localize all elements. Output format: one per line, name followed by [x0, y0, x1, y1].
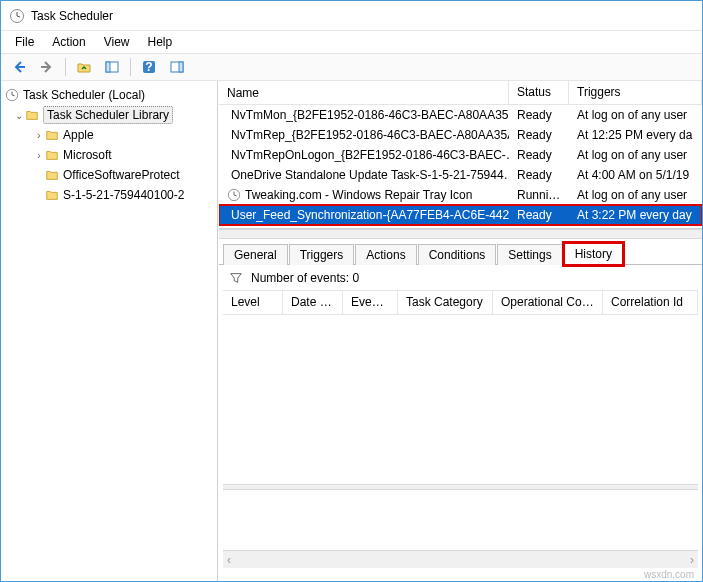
tree-item-label: Apple: [63, 128, 94, 142]
tree-item-label: OfficeSoftwareProtect: [63, 168, 180, 182]
tree-root-label: Task Scheduler (Local): [23, 88, 145, 102]
hcol-event[interactable]: Event…: [343, 291, 398, 314]
task-row[interactable]: NvTmRep_{B2FE1952-0186-46C3-BAEC-A80AA35…: [219, 125, 702, 145]
task-row-selected[interactable]: User_Feed_Synchronization-{AA77FEB4-AC6E…: [219, 205, 702, 225]
hcol-corr[interactable]: Correlation Id: [603, 291, 698, 314]
right-pane: Name Status Triggers NvTmMon_{B2FE1952-0…: [218, 81, 702, 581]
history-body: [223, 315, 698, 484]
content-area: Task Scheduler (Local) ⌄ Task Scheduler …: [1, 81, 702, 581]
event-detail: [223, 490, 698, 550]
toolbar-separator: [65, 58, 66, 76]
detail-tabs: General Triggers Actions Conditions Sett…: [219, 239, 702, 265]
scroll-right-icon[interactable]: ›: [690, 553, 694, 567]
task-list: Name Status Triggers NvTmMon_{B2FE1952-0…: [219, 81, 702, 229]
tree-item[interactable]: OfficeSoftwareProtect: [5, 165, 217, 185]
tree-lib[interactable]: ⌄ Task Scheduler Library: [5, 105, 217, 125]
task-row[interactable]: NvTmRepOnLogon_{B2FE1952-0186-46C3-BAEC-…: [219, 145, 702, 165]
help-button[interactable]: ?: [137, 56, 161, 78]
toolbar-separator: [130, 58, 131, 76]
hcol-date[interactable]: Date a…: [283, 291, 343, 314]
tab-general[interactable]: General: [223, 244, 288, 265]
hcol-opcode[interactable]: Operational Code: [493, 291, 603, 314]
tree-item[interactable]: › Microsoft: [5, 145, 217, 165]
svg-rect-8: [179, 62, 183, 72]
tree-pane[interactable]: Task Scheduler (Local) ⌄ Task Scheduler …: [1, 81, 218, 581]
expand-icon[interactable]: ›: [33, 130, 45, 141]
tree-item-label: Microsoft: [63, 148, 112, 162]
history-scrollbar[interactable]: ‹›: [223, 550, 698, 568]
forward-button[interactable]: [35, 56, 59, 78]
pane-toggle-button[interactable]: [100, 56, 124, 78]
expand-icon[interactable]: ›: [33, 150, 45, 161]
hcol-taskcat[interactable]: Task Category: [398, 291, 493, 314]
title-bar: Task Scheduler: [1, 1, 702, 31]
menu-view[interactable]: View: [96, 33, 138, 51]
scroll-left-icon[interactable]: ‹: [227, 553, 231, 567]
filter-icon[interactable]: [229, 271, 243, 285]
tab-triggers[interactable]: Triggers: [289, 244, 355, 265]
tab-settings[interactable]: Settings: [497, 244, 562, 265]
tab-actions[interactable]: Actions: [355, 244, 416, 265]
task-rows[interactable]: NvTmMon_{B2FE1952-0186-46C3-BAEC-A80AA35…: [219, 105, 702, 228]
svg-text:?: ?: [145, 60, 152, 74]
up-folder-button[interactable]: [72, 56, 96, 78]
hcol-level[interactable]: Level: [223, 291, 283, 314]
task-row[interactable]: Tweaking.com - Windows Repair Tray Icon …: [219, 185, 702, 205]
history-filterbar: Number of events: 0: [223, 265, 698, 291]
history-pane: Number of events: 0 Level Date a… Event……: [219, 265, 702, 581]
expand-icon[interactable]: ⌄: [13, 110, 25, 121]
horizontal-splitter[interactable]: [219, 229, 702, 239]
menu-bar: File Action View Help: [1, 31, 702, 53]
col-status[interactable]: Status: [509, 81, 569, 104]
svg-rect-4: [106, 62, 110, 72]
history-columns: Level Date a… Event… Task Category Opera…: [223, 291, 698, 315]
tree-item[interactable]: S-1-5-21-759440100-2: [5, 185, 217, 205]
task-columns: Name Status Triggers: [219, 81, 702, 105]
tree-root[interactable]: Task Scheduler (Local): [5, 85, 217, 105]
app-icon: [9, 8, 25, 24]
back-button[interactable]: [7, 56, 31, 78]
window-title: Task Scheduler: [31, 9, 113, 23]
watermark: wsxdn.com: [223, 568, 698, 581]
events-count-label: Number of events: 0: [251, 271, 359, 285]
pane-toggle2-button[interactable]: [165, 56, 189, 78]
tab-history[interactable]: History: [564, 243, 623, 265]
col-name[interactable]: Name: [219, 81, 509, 104]
col-triggers[interactable]: Triggers: [569, 81, 702, 104]
menu-help[interactable]: Help: [140, 33, 181, 51]
task-row[interactable]: NvTmMon_{B2FE1952-0186-46C3-BAEC-A80AA35…: [219, 105, 702, 125]
toolbar: ?: [1, 53, 702, 81]
menu-action[interactable]: Action: [44, 33, 93, 51]
task-row[interactable]: OneDrive Standalone Update Task-S-1-5-21…: [219, 165, 702, 185]
tree-item[interactable]: › Apple: [5, 125, 217, 145]
menu-file[interactable]: File: [7, 33, 42, 51]
tab-conditions[interactable]: Conditions: [418, 244, 497, 265]
tree-item-label: S-1-5-21-759440100-2: [63, 188, 184, 202]
tree-lib-label: Task Scheduler Library: [43, 106, 173, 124]
